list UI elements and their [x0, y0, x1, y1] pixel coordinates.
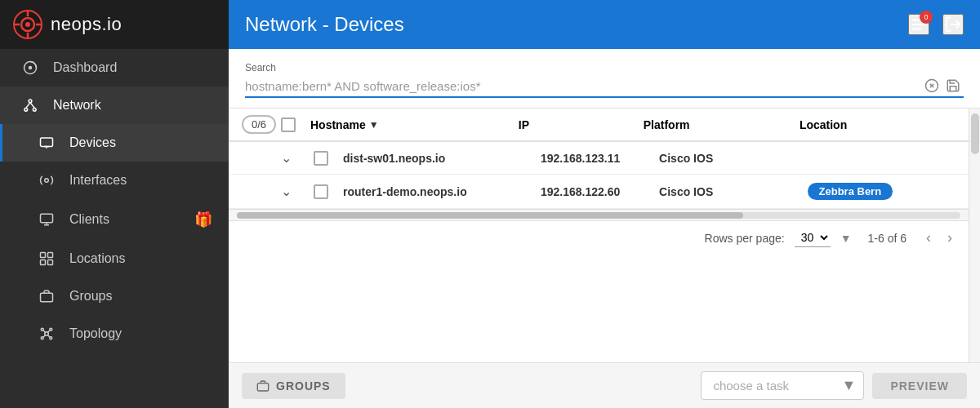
task-select[interactable]: choose a task — [701, 371, 864, 400]
sidebar-item-network[interactable]: Network — [0, 86, 229, 124]
location-header[interactable]: Location — [800, 118, 956, 131]
header-checkbox-col[interactable] — [281, 118, 310, 132]
dashboard-icon — [19, 60, 42, 75]
sidebar-item-devices[interactable]: Devices — [0, 124, 229, 162]
cell-location-2: Zebbra Bern — [808, 183, 956, 200]
table-area: 0/6 Hostname ▼ IP Platfor — [229, 109, 980, 362]
cell-platform-2: Cisco IOS — [659, 185, 807, 198]
sidebar: neops.io Dashboard Network Devices — [0, 0, 229, 408]
h-scrollbar[interactable] — [229, 209, 969, 220]
svg-point-28 — [50, 328, 52, 330]
logout-button[interactable] — [942, 14, 964, 35]
svg-point-9 — [29, 100, 32, 103]
platform-header[interactable]: Platform — [644, 118, 800, 131]
location-label: Location — [800, 118, 847, 131]
svg-rect-23 — [41, 260, 46, 265]
sidebar-item-label: Network — [53, 98, 101, 113]
expand-btn-col-1: ⌄ — [281, 150, 314, 166]
main-content: Network - Devices 0 Search — [229, 0, 980, 408]
sidebar-item-locations[interactable]: Locations — [0, 240, 229, 277]
checkbox-col-2[interactable] — [314, 184, 343, 199]
row-count-badge: 0/6 — [242, 115, 276, 134]
svg-point-2 — [25, 22, 30, 27]
sidebar-item-dashboard[interactable]: Dashboard — [0, 49, 229, 86]
svg-line-33 — [43, 335, 46, 337]
topbar-actions: 0 — [908, 14, 964, 35]
clients-badge-icon: 🎁 — [194, 211, 212, 228]
hostname-label: Hostname — [310, 118, 366, 131]
network-icon — [19, 98, 42, 113]
action-bar: GROUPS choose a task ▼ PREVIEW — [229, 362, 980, 408]
sidebar-item-groups[interactable]: Groups — [0, 277, 229, 315]
sort-arrow-icon: ▼ — [369, 119, 379, 131]
rows-per-page-select[interactable]: 30 — [795, 228, 831, 247]
groups-button-label: GROUPS — [276, 379, 331, 392]
rows-per-page-text: Rows per page: — [705, 232, 785, 245]
next-page-button[interactable]: › — [944, 228, 956, 248]
svg-rect-24 — [48, 260, 53, 265]
ip-header[interactable]: IP — [519, 118, 644, 131]
locations-icon — [35, 251, 58, 266]
cell-ip-2: 192.168.122.60 — [541, 185, 659, 198]
h-scrollbar-thumb[interactable] — [237, 212, 743, 219]
clients-icon — [35, 212, 58, 227]
table-row: ⌄ router1-demo.neops.io 192.168.122.60 C… — [229, 175, 969, 209]
search-input-row — [245, 78, 964, 98]
table-scroll-inner: 0/6 Hostname ▼ IP Platfor — [229, 109, 969, 209]
chevron-down-icon: ▼ — [840, 232, 852, 245]
row-2-checkbox[interactable] — [314, 184, 328, 199]
h-scrollbar-track[interactable] — [237, 212, 960, 219]
cell-hostname-1: dist-sw01.neops.io — [343, 152, 541, 165]
sidebar-nav: Dashboard Network Devices Interfaces — [0, 49, 229, 408]
preview-button[interactable]: PREVIEW — [872, 373, 967, 399]
groups-button[interactable]: GROUPS — [242, 373, 345, 399]
svg-rect-18 — [41, 214, 53, 223]
clear-search-button[interactable] — [921, 78, 942, 93]
expand-btn-col-2: ⌄ — [281, 184, 314, 199]
prev-page-button[interactable]: ‹ — [923, 228, 934, 248]
logo-icon — [13, 10, 42, 39]
notifications-button[interactable]: 0 — [908, 14, 929, 35]
devices-icon — [35, 135, 58, 150]
expand-row-2-button[interactable]: ⌄ — [281, 184, 292, 199]
expand-row-1-button[interactable]: ⌄ — [281, 150, 292, 166]
svg-rect-22 — [48, 253, 53, 258]
row-1-checkbox[interactable] — [314, 151, 328, 166]
sidebar-item-interfaces[interactable]: Interfaces — [0, 162, 229, 199]
save-search-button[interactable] — [942, 78, 964, 93]
logo-text: neops.io — [51, 14, 122, 35]
svg-rect-21 — [41, 253, 46, 258]
cell-platform-1: Cisco IOS — [659, 152, 807, 165]
svg-point-17 — [45, 179, 49, 183]
location-tag-2: Zebbra Bern — [808, 183, 893, 200]
svg-rect-42 — [257, 383, 268, 390]
rows-per-page-label: Rows per page: — [705, 232, 785, 245]
checkbox-col-1[interactable] — [314, 151, 343, 166]
v-scrollbar-thumb[interactable] — [971, 113, 979, 154]
hostname-header[interactable]: Hostname ▼ — [310, 118, 519, 131]
svg-line-34 — [47, 335, 50, 337]
sidebar-item-clients[interactable]: Clients 🎁 — [0, 199, 229, 240]
table-row-inner: ⌄ dist-sw01.neops.io 192.168.123.11 Cisc… — [229, 142, 969, 174]
sidebar-item-label: Topology — [69, 326, 122, 341]
table-row: ⌄ dist-sw01.neops.io 192.168.123.11 Cisc… — [229, 142, 969, 175]
sidebar-item-topology[interactable]: Topology — [0, 315, 229, 353]
search-input[interactable] — [245, 79, 921, 93]
sidebar-item-label: Dashboard — [53, 60, 117, 75]
svg-line-32 — [47, 330, 50, 333]
svg-point-8 — [29, 66, 33, 70]
sidebar-item-label: Groups — [69, 289, 112, 304]
v-scrollbar[interactable] — [969, 109, 980, 362]
table-row-inner: ⌄ router1-demo.neops.io 192.168.122.60 C… — [229, 175, 969, 208]
table-header: 0/6 Hostname ▼ IP Platfor — [229, 109, 969, 142]
svg-line-31 — [43, 330, 46, 333]
page-info: 1-6 of 6 — [868, 232, 906, 245]
notification-badge: 0 — [920, 11, 933, 24]
svg-point-27 — [41, 328, 43, 330]
cell-ip-1: 192.168.123.11 — [541, 152, 659, 165]
page-title: Network - Devices — [245, 13, 404, 36]
logo: neops.io — [0, 0, 229, 49]
select-all-checkbox[interactable] — [281, 118, 296, 132]
svg-point-10 — [24, 108, 28, 111]
preview-button-label: PREVIEW — [890, 379, 949, 392]
